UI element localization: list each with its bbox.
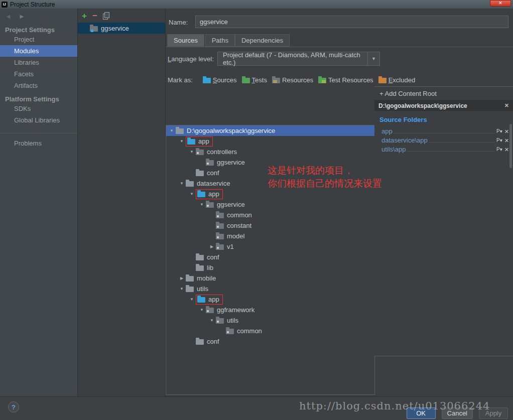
source-folder-row[interactable]: utils\app P▾ ✕ [374,145,513,154]
chevron-down-icon[interactable]: ▼ [367,52,379,65]
name-label: Name: [169,19,188,26]
sidebar-item-project[interactable]: Project [0,34,77,45]
expand-arrow-icon[interactable] [208,244,216,249]
tree-row-dataservice-app[interactable]: app [166,189,374,199]
tree-row-root[interactable]: D:\gogoalworkspack\ggservice [166,125,374,136]
source-folder-icon [197,192,205,197]
package-folder-icon [196,150,204,155]
tree-row-common2[interactable]: common [166,326,374,336]
collapse-arrow-icon[interactable] [208,318,216,323]
sidebar-item-artifacts[interactable]: Artifacts [0,80,77,91]
sidebar-item-libraries[interactable]: Libraries [0,57,77,68]
sidebar-item-modules[interactable]: Modules [0,45,77,57]
package-folder-icon [216,234,224,239]
csdn-watermark: http://blog.csdn.net/u013066244 [299,400,490,412]
red-annotation-text: 这是针对我的项目， 你们根据自己的情况来设置 [268,164,382,190]
collapse-arrow-icon[interactable] [188,150,196,154]
mark-as-excluded[interactable]: Excluded [378,76,415,84]
tree-row-utils[interactable]: utils [166,284,374,294]
tree-row-constant[interactable]: constant [166,220,374,231]
remove-module-icon[interactable]: − [92,12,97,20]
package-prefix-icon[interactable]: P▾ [496,136,502,145]
collapse-arrow-icon[interactable] [188,297,196,302]
intellij-logo-icon: IJ [2,2,8,8]
copy-module-icon[interactable] [103,12,109,19]
remove-folder-icon[interactable]: ✕ [504,127,509,135]
tree-row-v1[interactable]: v1 [166,241,374,252]
collapse-arrow-icon[interactable] [188,192,196,196]
scrollbar-thumb[interactable] [509,124,512,168]
tree-row-app[interactable]: app [166,136,374,147]
package-prefix-icon[interactable]: P▾ [496,146,502,154]
tree-row-ggservice2[interactable]: ggservice [166,199,374,210]
package-folder-icon [216,213,224,218]
window-close-button[interactable] [490,0,511,7]
tree-row-lib[interactable]: lib [166,262,374,273]
sources-folder-icon [203,78,211,83]
tree-row-ggframework[interactable]: ggframework [166,305,374,315]
remove-folder-icon[interactable]: ✕ [504,146,509,154]
module-toolbar: + − [78,9,165,23]
tab-paths[interactable]: Paths [205,34,235,47]
dotted-leader [429,142,495,143]
remove-content-root-icon[interactable]: ✕ [504,102,509,109]
collapse-arrow-icon[interactable] [178,287,186,291]
mark-as-test-resources[interactable]: Test Resources [318,76,373,84]
folder-icon [186,276,194,282]
content-root-header[interactable]: D:\gogoalworkspack\ggservice ✕ [374,100,513,111]
source-folders-title: Source Folders [374,111,513,126]
tree-row-conf3[interactable]: conf [166,336,374,347]
folder-icon [196,339,204,345]
tree-row-controllers[interactable]: controllers [166,147,374,157]
tab-dependencies[interactable]: Dependencies [235,34,290,47]
tree-row-mobile[interactable]: mobile [166,273,374,284]
package-folder-icon [206,202,214,208]
folder-icon [186,181,194,187]
dotted-leader [407,151,495,152]
collapse-arrow-icon[interactable] [198,308,206,312]
back-arrow-icon[interactable]: ◄ [5,13,12,20]
package-prefix-icon[interactable]: P▾ [496,127,502,135]
tree-row-conf2[interactable]: conf [166,252,374,262]
folder-icon [196,265,204,271]
source-folder-row[interactable]: dataservice\app P▾ ✕ [374,135,513,145]
remove-folder-icon[interactable]: ✕ [504,136,509,145]
collapse-arrow-icon[interactable] [198,202,206,207]
tree-row-common[interactable]: common [166,210,374,220]
collapse-arrow-icon[interactable] [168,128,176,133]
add-module-icon[interactable]: + [82,12,87,20]
language-level-label: Language level: [168,55,214,63]
tab-sources[interactable]: Sources [167,34,204,47]
tree-row-utils-inner[interactable]: utils [166,315,374,326]
language-level-select[interactable]: Project default (7 - Diamonds, ARM, mult… [217,52,380,66]
mark-as-resources[interactable]: Resources [272,76,313,84]
package-folder-icon [206,160,214,166]
content-roots-panel: + Add Content Root D:\gogoalworkspack\gg… [374,86,513,356]
forward-arrow-icon[interactable]: ► [19,13,25,20]
sidebar-item-global-libraries[interactable]: Global Libraries [0,114,77,126]
module-list-item[interactable]: ggservice [78,23,165,34]
mark-as-tests[interactable]: Tests [242,76,267,84]
source-folder-icon [197,297,205,303]
package-folder-icon [206,308,214,313]
module-name: ggservice [101,25,129,32]
sidebar-item-sdks[interactable]: SDKs [0,103,77,114]
package-folder-icon [216,223,224,229]
collapse-arrow-icon[interactable] [178,181,186,186]
module-name-input[interactable] [195,16,508,28]
expand-arrow-icon[interactable] [178,276,186,281]
add-content-root-button[interactable]: + Add Content Root [374,87,513,100]
help-icon[interactable]: ? [8,401,19,412]
settings-sidebar: ◄ ► Project Settings Project Modules Lib… [0,9,78,396]
sidebar-item-facets[interactable]: Facets [0,68,77,80]
mark-as-sources[interactable]: Sources [203,76,237,84]
red-annotation-box: app [196,295,223,305]
tree-row-utils-app[interactable]: app [166,294,374,305]
sidebar-item-problems[interactable]: Problems [0,137,77,149]
nav-arrows: ◄ ► [0,9,77,22]
dotted-leader [394,133,495,133]
source-folder-row[interactable]: app P▾ ✕ [374,126,513,135]
sidebar-divider [0,133,77,133]
collapse-arrow-icon[interactable] [178,139,186,144]
tree-row-model[interactable]: model [166,231,374,241]
